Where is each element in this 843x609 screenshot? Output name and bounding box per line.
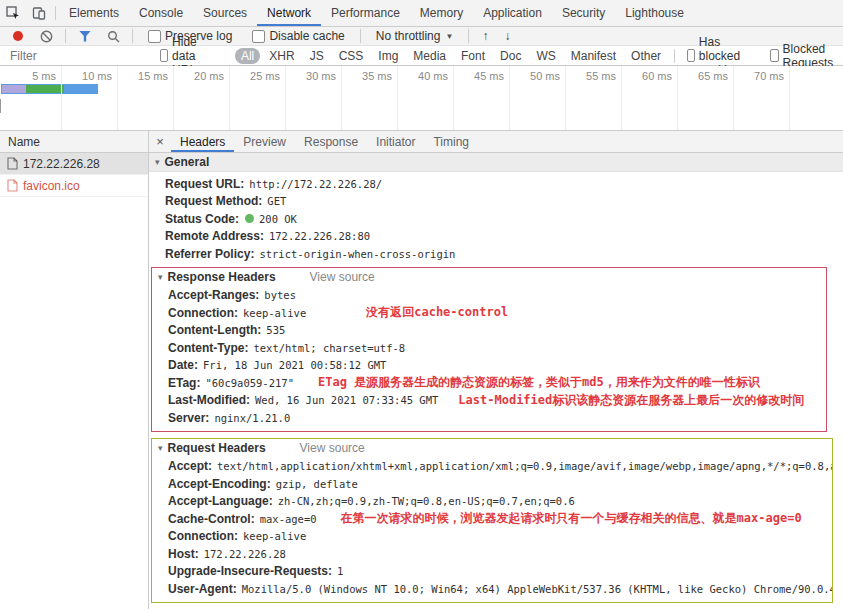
request-headers-title: Request Headers bbox=[168, 441, 266, 455]
filter-pill-all[interactable]: All bbox=[235, 48, 260, 64]
panel-tab-performance[interactable]: Performance bbox=[321, 0, 410, 26]
waterfall-segment-queueing bbox=[2, 85, 26, 93]
overview-tick bbox=[0, 99, 1, 113]
header-name: Accept: bbox=[168, 459, 212, 473]
panel-tab-console[interactable]: Console bbox=[129, 0, 193, 26]
filter-pill-other[interactable]: Other bbox=[625, 48, 667, 64]
response-headers-annotation-box: ▾ Response Headers View source Accept-Ra… bbox=[151, 267, 827, 432]
panel-tab-sources[interactable]: Sources bbox=[193, 0, 257, 26]
header-line: Date:Fri, 18 Jun 2021 00:58:12 GMT bbox=[152, 357, 826, 375]
export-har-icon[interactable]: ↓ bbox=[504, 29, 510, 43]
detail-tab-initiator[interactable]: Initiator bbox=[367, 131, 424, 152]
import-har-icon[interactable]: ↑ bbox=[482, 29, 488, 43]
view-source-link[interactable]: View source bbox=[310, 270, 375, 284]
request-type-filters: AllXHRJSCSSImgMediaFontDocWSManifestOthe… bbox=[235, 48, 667, 64]
response-headers-section-header[interactable]: ▾ Response Headers View source bbox=[152, 268, 826, 287]
network-overview[interactable]: 5 ms10 ms15 ms20 ms25 ms30 ms35 ms40 ms4… bbox=[0, 66, 843, 131]
header-value: 172.22.226.28:80 bbox=[269, 230, 370, 242]
request-headers-section-header[interactable]: ▾ Request Headers View source bbox=[152, 439, 832, 458]
ruler-gridline bbox=[789, 66, 790, 130]
panel-tab-elements[interactable]: Elements bbox=[59, 0, 129, 26]
checkbox-icon bbox=[160, 49, 168, 62]
filter-pill-js[interactable]: JS bbox=[304, 48, 330, 64]
filter-bar: Hide data URLs AllXHRJSCSSImgMediaFontDo… bbox=[0, 46, 843, 66]
detail-tab-response[interactable]: Response bbox=[295, 131, 367, 152]
chevron-down-icon: ▼ bbox=[445, 32, 453, 41]
ruler-tick-label: 65 ms bbox=[673, 70, 728, 82]
waterfall-segment-download bbox=[64, 85, 97, 93]
response-headers-title: Response Headers bbox=[168, 270, 276, 284]
header-line: Connection:keep-alive bbox=[152, 528, 832, 546]
record-icon[interactable] bbox=[13, 31, 23, 41]
header-name: Server: bbox=[168, 411, 209, 425]
filter-pill-ws[interactable]: WS bbox=[530, 48, 561, 64]
general-section-header[interactable]: ▾ General bbox=[149, 153, 843, 172]
detail-tab-timing[interactable]: Timing bbox=[424, 131, 478, 152]
ruler-tick-label: 50 ms bbox=[505, 70, 560, 82]
name-column-header[interactable]: Name bbox=[0, 131, 148, 153]
filter-pill-font[interactable]: Font bbox=[455, 48, 491, 64]
filter-pill-manifest[interactable]: Manifest bbox=[565, 48, 622, 64]
header-name: Connection: bbox=[168, 306, 238, 320]
header-name: Accept-Encoding: bbox=[168, 477, 271, 491]
panel-tab-memory[interactable]: Memory bbox=[410, 0, 473, 26]
search-icon[interactable] bbox=[105, 28, 121, 44]
header-line: User-Agent:Mozilla/5.0 (Windows NT 10.0;… bbox=[152, 580, 832, 598]
general-items: Request URL:http://172.22.226.28/Request… bbox=[149, 175, 843, 263]
request-row[interactable]: favicon.ico bbox=[0, 175, 148, 197]
panel-tab-security[interactable]: Security bbox=[552, 0, 615, 26]
toolbar-separator bbox=[65, 29, 66, 43]
detail-tab-preview[interactable]: Preview bbox=[234, 131, 295, 152]
toolbar-separator bbox=[360, 29, 361, 43]
inspect-element-button[interactable] bbox=[0, 0, 26, 26]
device-toolbar-button[interactable] bbox=[26, 0, 52, 26]
close-icon[interactable]: × bbox=[149, 131, 171, 152]
panel-tabbar: ElementsConsoleSourcesNetworkPerformance… bbox=[0, 0, 843, 27]
header-value: strict-origin-when-cross-origin bbox=[259, 248, 455, 260]
header-line: Content-Type:text/html; charset=utf-8 bbox=[152, 339, 826, 357]
header-line: Last-Modified:Wed, 16 Jun 2021 07:33:45 … bbox=[152, 392, 826, 410]
panel-tab-application[interactable]: Application bbox=[473, 0, 552, 26]
header-name: User-Agent: bbox=[168, 582, 237, 596]
panel-tab-lighthouse[interactable]: Lighthouse bbox=[615, 0, 694, 26]
header-value: Mozilla/5.0 (Windows NT 10.0; Win64; x64… bbox=[242, 583, 832, 595]
filter-input[interactable] bbox=[8, 48, 152, 64]
header-line: Content-Length:535 bbox=[152, 322, 826, 340]
filter-pill-xhr[interactable]: XHR bbox=[263, 48, 300, 64]
filter-pill-img[interactable]: Img bbox=[372, 48, 404, 64]
filter-pill-doc[interactable]: Doc bbox=[494, 48, 527, 64]
disable-cache-checkbox[interactable]: Disable cache bbox=[252, 29, 344, 43]
checkbox-icon bbox=[687, 49, 695, 62]
request-row[interactable]: 172.22.226.28 bbox=[0, 153, 148, 175]
network-main: Name 172.22.226.28favicon.ico × HeadersP… bbox=[0, 131, 843, 609]
request-list-panel: Name 172.22.226.28favicon.ico bbox=[0, 131, 149, 609]
view-source-link[interactable]: View source bbox=[300, 441, 365, 455]
header-value: bytes bbox=[264, 289, 296, 301]
filter-pill-css[interactable]: CSS bbox=[333, 48, 370, 64]
header-name: Content-Type: bbox=[168, 341, 248, 355]
header-value: max-age=0 bbox=[260, 513, 317, 525]
header-value: 200 OK bbox=[259, 213, 297, 225]
header-name: Host: bbox=[168, 547, 199, 561]
request-name: favicon.ico bbox=[23, 179, 80, 193]
clear-icon[interactable] bbox=[38, 28, 54, 44]
ruler-tick-label: 45 ms bbox=[449, 70, 504, 82]
header-value: text/html; charset=utf-8 bbox=[253, 342, 405, 354]
devtools-window: ElementsConsoleSourcesNetworkPerformance… bbox=[0, 0, 843, 609]
filter-pill-media[interactable]: Media bbox=[407, 48, 452, 64]
header-value: "60c9a059-217" bbox=[205, 377, 294, 389]
header-line: Accept-Language:zh-CN,zh;q=0.9,zh-TW;q=0… bbox=[152, 493, 832, 511]
annotation-text: 在第一次请求的时候，浏览器发起请求时只有一个与缓存相关的信息、就是max-age… bbox=[341, 510, 802, 527]
detail-tab-headers[interactable]: Headers bbox=[171, 131, 234, 152]
ruler-tick-label: 30 ms bbox=[281, 70, 336, 82]
annotation-text: ETag 是源服务器生成的静态资源的标签，类似于md5，用来作为文件的唯一性标识 bbox=[318, 374, 760, 391]
filter-funnel-icon[interactable] bbox=[77, 28, 93, 44]
ruler-tick-label: 70 ms bbox=[729, 70, 784, 82]
header-value: Fri, 18 Jun 2021 00:58:12 GMT bbox=[203, 359, 386, 371]
panel-tab-network[interactable]: Network bbox=[257, 0, 321, 26]
inspect-icon bbox=[6, 6, 20, 20]
ruler-tick-label: 35 ms bbox=[337, 70, 392, 82]
throttling-select[interactable]: No throttling ▼ bbox=[376, 29, 454, 43]
header-name: Accept-Ranges: bbox=[168, 288, 259, 302]
checkbox-icon bbox=[770, 49, 778, 62]
